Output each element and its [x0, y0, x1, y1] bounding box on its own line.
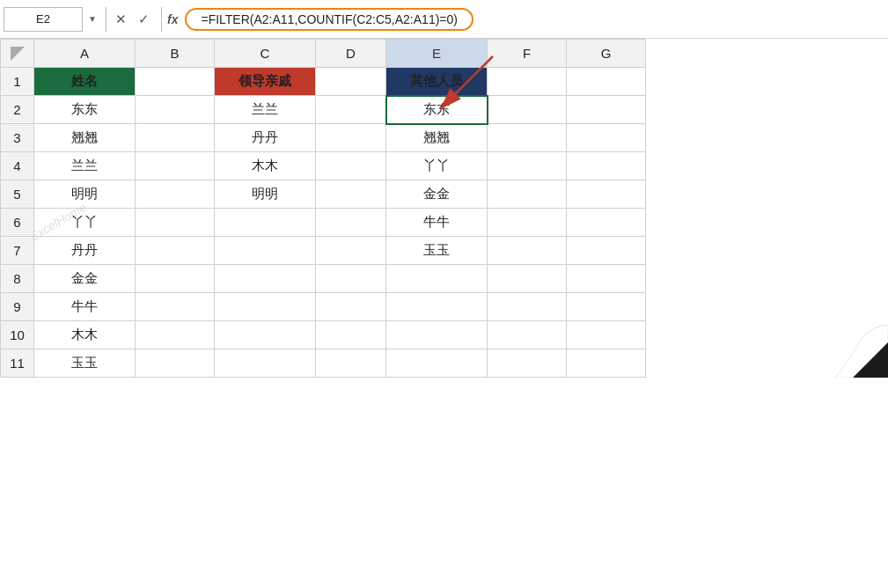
cell-f5[interactable] — [488, 180, 567, 209]
cell-a9[interactable]: 牛牛 — [34, 293, 136, 321]
cell-b10[interactable] — [136, 321, 215, 349]
cell-e9[interactable] — [386, 293, 488, 321]
cell-e4[interactable]: 丫丫 — [386, 152, 488, 180]
cell-d2[interactable] — [316, 96, 386, 124]
cell-c1[interactable]: 领导亲戚 — [215, 68, 316, 96]
table-row: 3 翘翘 丹丹 翘翘 — [1, 124, 646, 152]
cell-e5[interactable]: 金金 — [386, 180, 488, 209]
cell-a6[interactable]: 丫丫 — [34, 209, 136, 237]
confirm-icon[interactable]: ✓ — [135, 11, 152, 27]
cell-c6[interactable] — [215, 209, 316, 237]
row-header-11: 11 — [1, 349, 34, 378]
cell-f9[interactable] — [488, 293, 567, 321]
cell-a1[interactable]: 姓名 — [34, 68, 136, 96]
cell-d5[interactable] — [316, 180, 386, 209]
cell-c3[interactable]: 丹丹 — [215, 124, 316, 152]
cell-f4[interactable] — [488, 152, 567, 180]
cell-a3[interactable]: 翘翘 — [34, 124, 136, 152]
col-header-c[interactable]: C — [215, 40, 316, 68]
cell-g1[interactable] — [567, 68, 646, 96]
cell-b2[interactable] — [136, 96, 215, 124]
cell-g6[interactable] — [567, 209, 646, 237]
cell-a5[interactable]: 明明 — [34, 180, 136, 209]
cell-g11[interactable] — [567, 349, 646, 378]
cell-e2[interactable]: 东东 — [386, 96, 488, 124]
cell-e10[interactable] — [386, 321, 488, 349]
cell-b8[interactable] — [136, 265, 215, 293]
cell-e3[interactable]: 翘翘 — [386, 124, 488, 152]
cell-d7[interactable] — [316, 237, 386, 265]
cancel-icon[interactable]: ✕ — [112, 11, 129, 27]
cell-f7[interactable] — [488, 237, 567, 265]
formula-bar: E2 ▼ ✕ ✓ fx =FILTER(A2:A11,COUNTIF(C2:C5… — [0, 0, 888, 39]
col-header-d[interactable]: D — [316, 40, 386, 68]
cell-d1[interactable] — [316, 68, 386, 96]
cell-b9[interactable] — [136, 293, 215, 321]
cell-c10[interactable] — [215, 321, 316, 349]
cell-c2[interactable]: 兰兰 — [215, 96, 316, 124]
cell-a10[interactable]: 木木 — [34, 321, 136, 349]
cell-g10[interactable] — [567, 321, 646, 349]
cell-g5[interactable] — [567, 180, 646, 209]
formula-input[interactable]: =FILTER(A2:A11,COUNTIF(C2:C5,A2:A11)=0) — [185, 8, 473, 31]
cell-c11[interactable] — [215, 349, 316, 378]
cell-a4[interactable]: 兰兰 — [34, 152, 136, 180]
table-row: 8 金金 — [1, 265, 646, 293]
cell-d4[interactable] — [316, 152, 386, 180]
cell-c5[interactable]: 明明 — [215, 180, 316, 209]
cell-c8[interactable] — [215, 265, 316, 293]
cell-f1[interactable] — [488, 68, 567, 96]
cell-d6[interactable] — [316, 209, 386, 237]
cell-g3[interactable] — [567, 124, 646, 152]
cell-f2[interactable] — [488, 96, 567, 124]
table-row: 11 玉玉 — [1, 349, 646, 378]
col-header-g[interactable]: G — [567, 40, 646, 68]
col-header-e[interactable]: E — [386, 40, 488, 68]
cell-c4[interactable]: 木木 — [215, 152, 316, 180]
cell-f6[interactable] — [488, 209, 567, 237]
cell-d11[interactable] — [316, 349, 386, 378]
cell-e7[interactable]: 玉玉 — [386, 237, 488, 265]
formula-icons: ✕ ✓ — [112, 11, 152, 27]
cell-e1[interactable]: 其他人员 — [386, 68, 488, 96]
cell-b6[interactable] — [136, 209, 215, 237]
cell-a2[interactable]: 东东 — [34, 96, 136, 124]
cell-c9[interactable] — [215, 293, 316, 321]
cell-d3[interactable] — [316, 124, 386, 152]
name-box-dropdown[interactable]: ▼ — [84, 7, 100, 32]
name-box[interactable]: E2 — [4, 7, 83, 32]
col-header-f[interactable]: F — [488, 40, 567, 68]
cell-g8[interactable] — [567, 265, 646, 293]
cell-b4[interactable] — [136, 152, 215, 180]
cell-b7[interactable] — [136, 237, 215, 265]
col-header-a[interactable]: A — [34, 40, 136, 68]
cell-f10[interactable] — [488, 321, 567, 349]
cell-b1[interactable] — [136, 68, 215, 96]
spreadsheet-table: A B C D E F G 1 姓名 领导亲戚 其他人员 — [0, 39, 646, 378]
cell-e8[interactable] — [386, 265, 488, 293]
cell-b5[interactable] — [136, 180, 215, 209]
cell-g9[interactable] — [567, 293, 646, 321]
cell-a11[interactable]: 玉玉 — [34, 349, 136, 378]
cell-b11[interactable] — [136, 349, 215, 378]
cell-f8[interactable] — [488, 265, 567, 293]
cell-g7[interactable] — [567, 237, 646, 265]
cell-a7[interactable]: 丹丹 — [34, 237, 136, 265]
row-header-1: 1 — [1, 68, 34, 96]
formula-input-wrapper: =FILTER(A2:A11,COUNTIF(C2:C5,A2:A11)=0) — [185, 8, 884, 31]
cell-f3[interactable] — [488, 124, 567, 152]
cell-e6[interactable]: 牛牛 — [386, 209, 488, 237]
cell-c7[interactable] — [215, 237, 316, 265]
cell-f11[interactable] — [488, 349, 567, 378]
cell-b3[interactable] — [136, 124, 215, 152]
row-header-6: 6 — [1, 209, 34, 237]
cell-g4[interactable] — [567, 152, 646, 180]
col-header-b[interactable]: B — [136, 40, 215, 68]
cell-g2[interactable] — [567, 96, 646, 124]
cell-d8[interactable] — [316, 265, 386, 293]
name-box-value: E2 — [36, 12, 50, 26]
cell-e11[interactable] — [386, 349, 488, 378]
cell-d9[interactable] — [316, 293, 386, 321]
cell-a8[interactable]: 金金 — [34, 265, 136, 293]
cell-d10[interactable] — [316, 321, 386, 349]
